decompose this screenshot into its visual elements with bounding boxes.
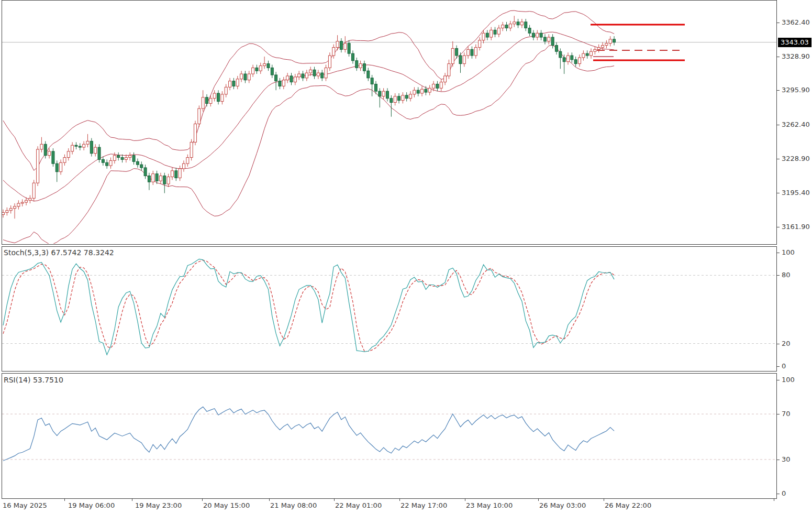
current-price-tag: 3343.03 (778, 38, 811, 47)
rsi-axis-label: 30 (782, 455, 791, 463)
axis-tick (777, 460, 780, 460)
stoch-axis-label: 100 (782, 248, 795, 256)
price-axis-label: 3161.90 (782, 223, 810, 231)
axis-tick (777, 494, 780, 494)
rsi-panel[interactable] (2, 373, 777, 499)
axis-tick (399, 499, 400, 501)
stochastic-indicator-label: Stoch(5,3,3) 67.5742 78.3242 (4, 248, 114, 257)
axis-tick (777, 344, 780, 344)
axis-tick (604, 499, 604, 501)
time-axis-label: 20 May 15:00 (203, 501, 250, 509)
axis-tick (132, 499, 132, 501)
axis-tick (777, 125, 780, 125)
time-axis-label: 19 May 06:00 (68, 501, 115, 509)
axis-tick (777, 23, 780, 23)
axis-tick (777, 57, 780, 57)
axis-tick (777, 414, 780, 414)
price-axis-label: 3328.90 (782, 52, 810, 60)
price-axis-label: 3295.90 (782, 86, 810, 94)
axis-tick (777, 366, 780, 367)
axis-tick (777, 227, 780, 227)
axis-tick (774, 499, 774, 501)
axis-tick (538, 499, 539, 501)
axis-tick (64, 499, 65, 501)
price-axis-label: 3362.40 (782, 18, 810, 26)
rsi-axis-label: 0 (782, 489, 786, 497)
time-axis-label: 22 May 17:00 (401, 501, 447, 509)
time-axis-label: 19 May 23:00 (135, 501, 182, 509)
time-axis-label: 22 May 01:00 (335, 501, 382, 509)
stoch-axis-label: 0 (782, 362, 786, 370)
axis-tick (777, 380, 780, 380)
axis-tick (269, 499, 270, 501)
trading-chart-window: Stoch(5,3,3) 67.5742 78.3242 RSI(14) 53.… (0, 0, 812, 513)
time-axis-label: 26 May 22:00 (605, 501, 651, 509)
axis-tick (334, 499, 335, 501)
rsi-axis-label: 70 (782, 410, 791, 418)
price-axis-label: 3228.90 (782, 155, 810, 162)
axis-tick (777, 193, 780, 193)
time-axis-label: 16 May 2025 (3, 501, 47, 509)
rsi-axis-label: 100 (782, 376, 795, 384)
price-axis-label: 3195.40 (782, 189, 810, 197)
time-axis-label: 23 May 10:00 (466, 501, 513, 509)
axis-tick (465, 499, 465, 501)
axis-tick (777, 253, 780, 253)
time-axis-label: 26 May 03:00 (539, 501, 586, 509)
stoch-axis-label: 80 (782, 271, 791, 279)
axis-tick (777, 275, 780, 276)
price-axis-label: 3262.40 (782, 121, 810, 128)
time-axis-label: 21 May 08:00 (270, 501, 317, 509)
price-chart-panel[interactable] (2, 0, 777, 245)
axis-tick (777, 159, 780, 159)
stochastic-panel[interactable] (2, 246, 777, 372)
rsi-indicator-label: RSI(14) 53.7510 (4, 376, 63, 384)
axis-tick (777, 90, 780, 91)
stoch-axis-label: 20 (782, 340, 791, 347)
axis-tick (202, 499, 203, 501)
